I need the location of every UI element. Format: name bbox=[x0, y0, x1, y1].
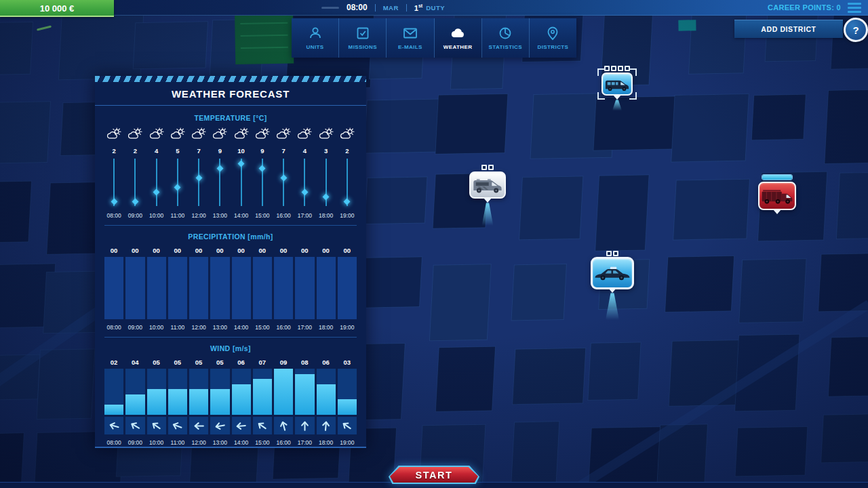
temperature-value: 7 bbox=[274, 146, 293, 155]
sun-behind-cloud-icon bbox=[168, 126, 187, 141]
help-button[interactable]: ? bbox=[844, 18, 868, 42]
temperature-dot bbox=[195, 175, 202, 182]
tab-districts[interactable]: DISTRICTS bbox=[530, 18, 576, 58]
temperature-point bbox=[168, 157, 187, 207]
wind-bar bbox=[104, 405, 123, 415]
tab-emails[interactable]: E-MAILS bbox=[387, 18, 434, 58]
temperature-dot bbox=[323, 194, 330, 201]
sun-behind-cloud-icon bbox=[274, 126, 293, 141]
time-label: 17:00 bbox=[295, 323, 314, 331]
sun-behind-cloud-icon bbox=[189, 126, 208, 141]
wind-bar-column bbox=[253, 369, 272, 415]
precipitation-time-axis: 08:0009:0010:0011:0012:0013:0014:0015:00… bbox=[104, 323, 357, 331]
temperature-section-title: TEMPERATURE [°C] bbox=[104, 114, 357, 122]
marker-pointer bbox=[773, 209, 781, 214]
menu-icon[interactable] bbox=[848, 3, 861, 13]
wind-value: 05 bbox=[189, 358, 208, 366]
career-points: CAREER POINTS: 0 bbox=[768, 0, 841, 15]
temperature-value: 4 bbox=[147, 146, 166, 155]
precipitation-section-title: PRECIPITATION [mm/h] bbox=[104, 232, 357, 241]
tab-weather[interactable]: WEATHER bbox=[435, 18, 482, 58]
tab-missions[interactable]: MISSIONS bbox=[339, 18, 387, 58]
temperature-value: 2 bbox=[125, 146, 144, 155]
map-park bbox=[235, 14, 294, 64]
precipitation-value: 00 bbox=[125, 246, 144, 254]
wind-direction-arrow bbox=[168, 417, 187, 434]
precipitation-column bbox=[189, 257, 208, 319]
temperature-value: 10 bbox=[232, 146, 251, 155]
temperature-dot bbox=[280, 175, 287, 182]
wind-value: 08 bbox=[295, 358, 314, 366]
time-label: 17:00 bbox=[295, 211, 314, 220]
wind-bar bbox=[338, 399, 357, 415]
person-icon bbox=[307, 26, 323, 41]
temperature-point bbox=[104, 157, 123, 207]
add-district-button[interactable]: ADD DISTRICT bbox=[734, 20, 843, 38]
wind-bar-column bbox=[125, 369, 144, 415]
temperature-chart bbox=[104, 157, 357, 207]
wind-bar-column bbox=[189, 369, 208, 415]
time-label: 16:00 bbox=[274, 211, 293, 220]
temperature-track-line bbox=[177, 159, 178, 206]
section-divider bbox=[104, 225, 357, 226]
temperature-dot bbox=[344, 199, 351, 205]
sun-behind-cloud-icon bbox=[147, 126, 166, 141]
duty-counter: 1st DUTY bbox=[414, 3, 445, 12]
cloud-icon bbox=[450, 26, 466, 41]
time-label: 11:00 bbox=[168, 211, 187, 220]
wind-value: 06 bbox=[317, 358, 336, 366]
start-button-label: START bbox=[390, 467, 478, 483]
wind-value: 05 bbox=[210, 358, 229, 366]
time-label: 15:00 bbox=[253, 323, 272, 331]
temperature-dot bbox=[153, 189, 160, 196]
wind-bar-column bbox=[168, 369, 187, 415]
map-marker-police-van[interactable] bbox=[601, 73, 633, 96]
divider bbox=[406, 4, 407, 12]
wind-bar-column bbox=[295, 369, 314, 415]
temperature-time-axis: 08:0009:0010:0011:0012:0013:0014:0015:00… bbox=[104, 211, 357, 220]
sun-behind-cloud-icon bbox=[210, 126, 229, 141]
wind-bar bbox=[317, 384, 336, 415]
wind-direction-arrow bbox=[274, 417, 293, 434]
time-label: 09:00 bbox=[125, 323, 144, 331]
map-marker-ambulance[interactable] bbox=[469, 171, 506, 199]
temperature-value: 7 bbox=[189, 146, 208, 155]
marker-pointer bbox=[608, 288, 616, 293]
temperature-value: 5 bbox=[168, 146, 187, 155]
temperature-track-line bbox=[198, 159, 199, 206]
tab-label: UNITS bbox=[307, 44, 324, 50]
time-label: 19:00 bbox=[338, 323, 357, 331]
time-label: 18:00 bbox=[317, 211, 336, 220]
marker-pointer bbox=[613, 95, 621, 100]
precipitation-column bbox=[295, 257, 314, 319]
crew-slot bbox=[618, 66, 623, 71]
temperature-value: 3 bbox=[317, 146, 336, 155]
marker-progress-bar bbox=[762, 174, 793, 180]
tab-statistics[interactable]: STATISTICS bbox=[482, 18, 530, 58]
selection-bracket-icon bbox=[597, 68, 605, 76]
time-label: 13:00 bbox=[210, 323, 229, 331]
start-button[interactable]: START bbox=[389, 466, 479, 484]
wind-value: 06 bbox=[232, 358, 251, 366]
wind-value: 07 bbox=[253, 358, 272, 366]
map-marker-police-car[interactable] bbox=[591, 257, 634, 289]
time-label: 12:00 bbox=[189, 211, 208, 220]
wind-value: 03 bbox=[338, 358, 357, 366]
precipitation-value: 00 bbox=[317, 246, 336, 254]
tab-units[interactable]: UNITS bbox=[292, 18, 339, 58]
wind-bar bbox=[210, 389, 229, 415]
map-marker-fire-truck[interactable] bbox=[758, 182, 796, 210]
temperature-point bbox=[338, 157, 357, 207]
precipitation-column bbox=[317, 257, 336, 319]
crew-slot bbox=[604, 66, 610, 71]
precipitation-column bbox=[210, 257, 229, 319]
precipitation-value: 00 bbox=[232, 246, 251, 254]
temperature-track-line bbox=[156, 159, 157, 206]
time-label: 16:00 bbox=[274, 323, 293, 331]
precipitation-column bbox=[104, 257, 123, 319]
time-label: 10:00 bbox=[147, 439, 166, 447]
wind-bar-column bbox=[232, 369, 251, 415]
police-van-icon bbox=[604, 77, 630, 92]
map-pin-icon bbox=[545, 26, 561, 41]
clock-group: 08:00 MAR 1st DUTY bbox=[321, 0, 445, 15]
